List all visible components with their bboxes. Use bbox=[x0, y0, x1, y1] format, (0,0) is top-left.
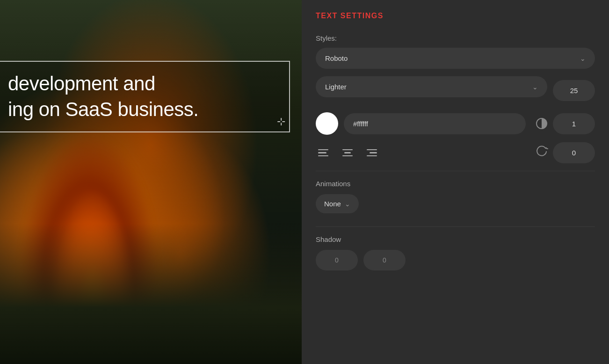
font-weight-size-row: Lighter ⌄ 25 bbox=[316, 76, 595, 105]
alignment-group bbox=[316, 147, 535, 159]
rotation-input[interactable]: 0 bbox=[553, 142, 595, 163]
animation-value: None bbox=[324, 200, 341, 208]
font-weight-value: Lighter bbox=[325, 83, 347, 91]
font-weight-dropdown[interactable]: Lighter ⌄ bbox=[316, 76, 547, 97]
styles-label: Styles: bbox=[316, 34, 595, 42]
font-family-dropdown[interactable]: Roboto ⌄ bbox=[316, 48, 595, 69]
animation-chevron: ⌄ bbox=[345, 200, 350, 208]
rotate-icon[interactable] bbox=[535, 145, 548, 161]
settings-panel: TEXT SETTINGS Styles: Roboto ⌄ Lighter ⌄… bbox=[302, 0, 609, 364]
divider-2 bbox=[316, 226, 595, 227]
color-opacity-row: #ffffff 1 bbox=[316, 112, 595, 135]
shadow-label: Shadow bbox=[316, 235, 595, 243]
text-line-1: development and bbox=[8, 71, 277, 97]
animations-label: Animations bbox=[316, 180, 595, 188]
align-left-button[interactable] bbox=[316, 147, 331, 159]
shadow-x-input[interactable]: 0 bbox=[316, 250, 358, 270]
opacity-input[interactable]: 1 bbox=[553, 113, 595, 134]
opacity-icon bbox=[535, 117, 548, 130]
font-family-chevron: ⌄ bbox=[580, 55, 586, 62]
align-right-button[interactable] bbox=[364, 147, 379, 159]
align-center-button[interactable] bbox=[340, 147, 355, 159]
divider-1 bbox=[316, 171, 595, 171]
text-content: development and ing on SaaS business. bbox=[8, 71, 277, 122]
foliage-overlay bbox=[0, 224, 302, 364]
shadow-row: 0 0 bbox=[316, 250, 595, 270]
settings-title: TEXT SETTINGS bbox=[316, 12, 595, 20]
alignment-rotation-row: 0 bbox=[316, 142, 595, 163]
color-swatch[interactable] bbox=[316, 112, 338, 135]
text-box[interactable]: development and ing on SaaS business. ⊹ bbox=[0, 61, 290, 132]
text-line-2: ing on SaaS business. bbox=[8, 97, 277, 123]
color-hex-input[interactable]: #ffffff bbox=[344, 113, 526, 134]
font-size-input[interactable]: 25 bbox=[553, 80, 595, 101]
animation-dropdown[interactable]: None ⌄ bbox=[316, 194, 359, 213]
move-cursor-icon[interactable]: ⊹ bbox=[277, 116, 285, 128]
font-weight-chevron: ⌄ bbox=[532, 83, 538, 91]
shadow-y-input[interactable]: 0 bbox=[363, 250, 406, 270]
font-family-value: Roboto bbox=[325, 54, 348, 62]
canvas-area: development and ing on SaaS business. ⊹ bbox=[0, 0, 302, 364]
